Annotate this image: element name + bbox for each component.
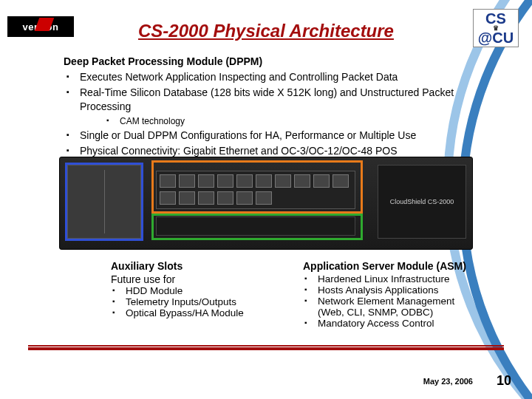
highlight-aux-slots [65,163,143,241]
highlight-asm [151,214,363,240]
aux-item: Telemetry Inputs/Outputs [111,296,288,307]
asm-item: Hardened Linux Infrastructure [303,273,480,284]
asm-column: Application Server Module (ASM) Hardened… [303,260,480,329]
device-label: CloudShield CS-2000 [390,198,454,205]
dppm-item: Physical Connectivity: Gigabit Ethernet … [64,144,477,158]
page-number: 10 [497,373,511,389]
aux-list: HDD Module Telemetry Inputs/Outputs Opti… [111,285,288,318]
highlight-dppm [151,160,363,214]
device-photo: CloudShield CS-2000 [59,157,473,250]
aux-subheading: Future use for [111,273,288,285]
dppm-subitem: CAM technology [105,115,477,127]
slide: verizon CS ♛ @CU CS-2000 Physical Archit… [0,0,532,399]
aux-item: Optical Bypass/HA Module [111,307,288,318]
asm-item: Mandatory Access Control [303,318,480,329]
footer-date: May 23, 2006 [423,377,473,386]
dppm-sublist: CAM technology [80,115,477,127]
aux-heading: Auxiliary Slots [111,260,288,272]
dppm-section: Deep Packet Processing Module (DPPM) Exe… [64,55,477,160]
dppm-item: Executes Network Application Inspecting … [64,70,477,84]
asm-list: Hardened Linux Infrastructure Hosts Anal… [303,273,480,329]
footer-divider [28,347,504,350]
asm-item: Hosts Analysis Applications [303,284,480,296]
aux-item: HDD Module [111,285,288,296]
aux-column: Auxiliary Slots Future use for HDD Modul… [111,260,288,329]
dppm-heading: Deep Packet Processing Module (DPPM) [64,55,477,69]
device-brand-panel: CloudShield CS-2000 [378,165,466,239]
lower-columns: Auxiliary Slots Future use for HDD Modul… [111,260,480,329]
dppm-list: Executes Network Application Inspecting … [64,70,477,158]
asm-item: Network Element Management (Web, CLI, SN… [303,296,480,318]
dppm-item: Real-Time Silicon Database (128 bits wid… [64,86,477,127]
dppm-item: Single or Dual DPPM Configurations for H… [64,129,477,143]
asm-heading: Application Server Module (ASM) [303,260,480,272]
dppm-item-text: Real-Time Silicon Database (128 bits wid… [80,86,454,112]
slide-title: CS-2000 Physical Architecture [0,21,532,41]
